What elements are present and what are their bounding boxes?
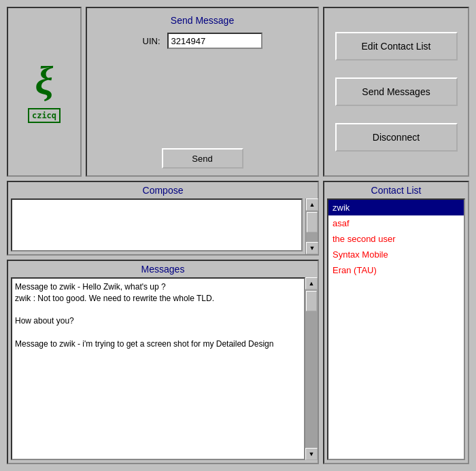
uin-row: UIN:	[94, 33, 311, 49]
contact-list-section: Contact List zwikasafthe second userSynt…	[323, 181, 469, 464]
compose-textarea[interactable]	[11, 198, 303, 251]
compose-title: Compose	[8, 182, 318, 198]
messages-scroll-thumb[interactable]	[306, 291, 317, 311]
send-button[interactable]: Send	[162, 148, 243, 169]
left-bottom: Compose ▲ ▼ Messages Message to zwi	[7, 181, 319, 464]
messages-scroll-down[interactable]: ▼	[305, 448, 318, 460]
compose-scrollbar: ▲ ▼	[305, 198, 318, 254]
send-message-title: Send Message	[171, 15, 234, 26]
send-messages-button[interactable]: Send Messages	[335, 77, 458, 106]
list-item[interactable]: the second user	[328, 231, 464, 247]
bottom-panel: Compose ▲ ▼ Messages Message to zwi	[7, 181, 469, 464]
top-panel: ξ czicq Send Message UIN: Send Edit Cont…	[7, 7, 469, 177]
list-item[interactable]: asaf	[328, 215, 464, 231]
right-buttons-section: Edit Contact List Send Messages Disconne…	[323, 7, 469, 177]
compose-body: ▲ ▼	[8, 198, 318, 254]
edit-contact-list-button[interactable]: Edit Contact List	[335, 32, 458, 60]
uin-label: UIN:	[143, 36, 160, 46]
disconnect-button[interactable]: Disconnect	[335, 123, 458, 152]
main-container: ξ czicq Send Message UIN: Send Edit Cont…	[0, 0, 476, 471]
compose-section: Compose ▲ ▼	[7, 181, 319, 256]
send-message-section: Send Message UIN: Send	[86, 7, 319, 177]
messages-section: Messages Message to zwik - Hello Zwik, w…	[7, 260, 319, 464]
compose-scroll-thumb[interactable]	[307, 212, 318, 232]
compose-scroll-up[interactable]: ▲	[306, 198, 318, 211]
compose-scroll-down[interactable]: ▼	[306, 242, 318, 254]
compose-scroll-track[interactable]	[306, 211, 318, 242]
messages-scrollbar: ▲ ▼	[305, 277, 318, 460]
contact-list-title: Contact List	[324, 182, 468, 198]
messages-title: Messages	[8, 261, 318, 277]
messages-content: Message to zwik - Hello Zwik, what's up …	[11, 277, 305, 460]
logo-section: ξ czicq	[7, 7, 82, 177]
list-item[interactable]: Eran (TAU)	[328, 262, 464, 278]
logo-icon: ξ	[35, 60, 54, 101]
logo-label: czicq	[28, 108, 61, 123]
messages-scroll-up[interactable]: ▲	[305, 277, 318, 290]
messages-scroll-track[interactable]	[305, 290, 318, 448]
list-item[interactable]: Syntax Mobile	[328, 247, 464, 262]
contact-list-body[interactable]: zwikasafthe second userSyntax MobileEran…	[327, 198, 465, 460]
messages-body: Message to zwik - Hello Zwik, what's up …	[8, 277, 318, 463]
list-item[interactable]: zwik	[328, 200, 464, 215]
uin-input[interactable]	[167, 33, 262, 49]
